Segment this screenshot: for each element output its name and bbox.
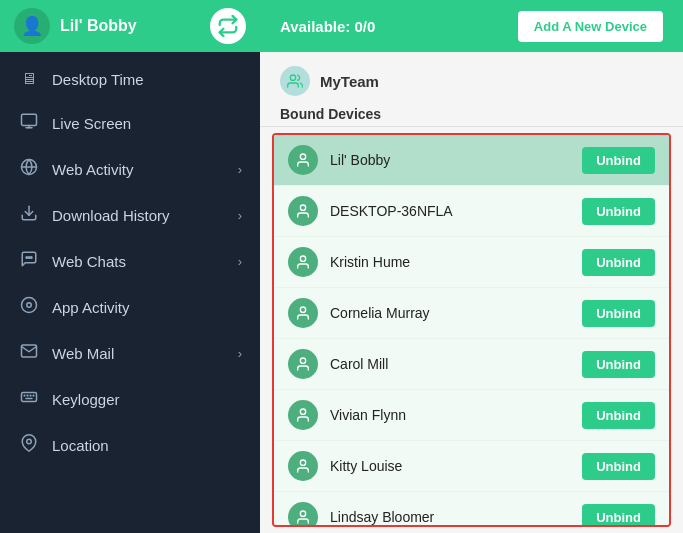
- unbind-button[interactable]: Unbind: [582, 300, 655, 327]
- sidebar: 👤 Lil' Bobby 🖥 Desktop Time: [0, 0, 260, 533]
- device-row: Carol MillUnbind: [274, 339, 669, 390]
- svg-point-8: [22, 298, 37, 313]
- sidebar-item-web-activity[interactable]: Web Activity ›: [0, 146, 260, 192]
- device-row: Kristin HumeUnbind: [274, 237, 669, 288]
- device-avatar: [288, 451, 318, 481]
- device-avatar: [288, 349, 318, 379]
- device-name: Kristin Hume: [330, 254, 570, 270]
- device-name: Carol Mill: [330, 356, 570, 372]
- user-device-icon: [295, 356, 311, 372]
- team-name: MyTeam: [320, 73, 379, 90]
- desktop-time-icon: 🖥: [18, 70, 40, 88]
- device-name: DESKTOP-36NFLA: [330, 203, 570, 219]
- sidebar-item-download-history[interactable]: Download History ›: [0, 192, 260, 238]
- device-avatar: [288, 247, 318, 277]
- team-avatar: [280, 66, 310, 96]
- nav-label-web-chats: Web Chats: [52, 253, 226, 270]
- nav-label-desktop-time: Desktop Time: [52, 71, 242, 88]
- unbind-button[interactable]: Unbind: [582, 147, 655, 174]
- device-row: DESKTOP-36NFLAUnbind: [274, 186, 669, 237]
- devices-list: Lil' BobbyUnbindDESKTOP-36NFLAUnbindKris…: [272, 133, 671, 527]
- unbind-button[interactable]: Unbind: [582, 402, 655, 429]
- download-history-icon: [18, 204, 40, 226]
- download-history-chevron: ›: [238, 208, 242, 223]
- user-device-icon: [295, 458, 311, 474]
- device-row: Lil' BobbyUnbind: [274, 135, 669, 186]
- availability-label: Available: 0/0: [280, 18, 375, 35]
- user-avatar: 👤: [14, 8, 50, 44]
- device-avatar: [288, 145, 318, 175]
- user-device-icon: [295, 152, 311, 168]
- device-avatar: [288, 298, 318, 328]
- svg-point-20: [300, 256, 305, 261]
- sidebar-header: 👤 Lil' Bobby: [0, 0, 260, 52]
- svg-point-23: [300, 409, 305, 414]
- bound-devices-header: Bound Devices: [260, 100, 683, 127]
- svg-point-6: [28, 257, 30, 259]
- sidebar-item-live-screen[interactable]: Live Screen: [0, 100, 260, 146]
- sidebar-item-web-chats[interactable]: Web Chats ›: [0, 238, 260, 284]
- location-icon: [18, 434, 40, 456]
- nav-label-keylogger: Keylogger: [52, 391, 242, 408]
- sidebar-item-location[interactable]: Location: [0, 422, 260, 468]
- sidebar-item-web-mail[interactable]: Web Mail ›: [0, 330, 260, 376]
- device-name: Lindsay Bloomer: [330, 509, 570, 525]
- nav-label-location: Location: [52, 437, 242, 454]
- top-bar: Available: 0/0 Add A New Device: [260, 0, 683, 52]
- web-mail-chevron: ›: [238, 346, 242, 361]
- svg-point-25: [300, 511, 305, 516]
- device-avatar: [288, 400, 318, 430]
- unbind-button[interactable]: Unbind: [582, 198, 655, 225]
- svg-point-21: [300, 307, 305, 312]
- device-name: Vivian Flynn: [330, 407, 570, 423]
- main-content: Available: 0/0 Add A New Device MyTeam B…: [260, 0, 683, 533]
- team-section: MyTeam: [260, 52, 683, 100]
- sidebar-user-name: Lil' Bobby: [60, 17, 200, 35]
- app-activity-icon: [18, 296, 40, 318]
- user-icon: 👤: [21, 15, 43, 37]
- web-activity-chevron: ›: [238, 162, 242, 177]
- device-avatar: [288, 502, 318, 527]
- nav-label-web-mail: Web Mail: [52, 345, 226, 362]
- sidebar-nav: 🖥 Desktop Time Live Screen Web Activity …: [0, 52, 260, 533]
- user-device-icon: [295, 203, 311, 219]
- svg-point-22: [300, 358, 305, 363]
- nav-label-app-activity: App Activity: [52, 299, 242, 316]
- user-device-icon: [295, 509, 311, 525]
- web-mail-icon: [18, 342, 40, 364]
- svg-point-19: [300, 205, 305, 210]
- svg-point-9: [27, 303, 32, 308]
- device-row: Cornelia MurrayUnbind: [274, 288, 669, 339]
- device-row: Lindsay BloomerUnbind: [274, 492, 669, 527]
- device-name: Cornelia Murray: [330, 305, 570, 321]
- svg-point-24: [300, 460, 305, 465]
- device-row: Vivian FlynnUnbind: [274, 390, 669, 441]
- svg-point-16: [27, 439, 32, 444]
- device-avatar: [288, 196, 318, 226]
- svg-point-18: [300, 154, 305, 159]
- svg-rect-0: [22, 114, 37, 125]
- live-screen-icon: [18, 112, 40, 134]
- svg-point-17: [290, 75, 295, 80]
- svg-point-5: [26, 257, 28, 259]
- sidebar-item-keylogger[interactable]: Keylogger: [0, 376, 260, 422]
- sidebar-item-desktop-time[interactable]: 🖥 Desktop Time: [0, 58, 260, 100]
- device-name: Kitty Louise: [330, 458, 570, 474]
- web-chats-chevron: ›: [238, 254, 242, 269]
- nav-label-live-screen: Live Screen: [52, 115, 242, 132]
- svg-rect-10: [22, 393, 37, 402]
- team-icon: [287, 73, 303, 89]
- nav-label-download-history: Download History: [52, 207, 226, 224]
- unbind-button[interactable]: Unbind: [582, 453, 655, 480]
- sidebar-item-app-activity[interactable]: App Activity: [0, 284, 260, 330]
- unbind-button[interactable]: Unbind: [582, 249, 655, 276]
- keylogger-icon: [18, 388, 40, 410]
- switch-account-button[interactable]: [210, 8, 246, 44]
- unbind-button[interactable]: Unbind: [582, 351, 655, 378]
- web-activity-icon: [18, 158, 40, 180]
- unbind-button[interactable]: Unbind: [582, 504, 655, 528]
- web-chats-icon: [18, 250, 40, 272]
- user-device-icon: [295, 305, 311, 321]
- add-device-button[interactable]: Add A New Device: [518, 11, 663, 42]
- device-row: Kitty LouiseUnbind: [274, 441, 669, 492]
